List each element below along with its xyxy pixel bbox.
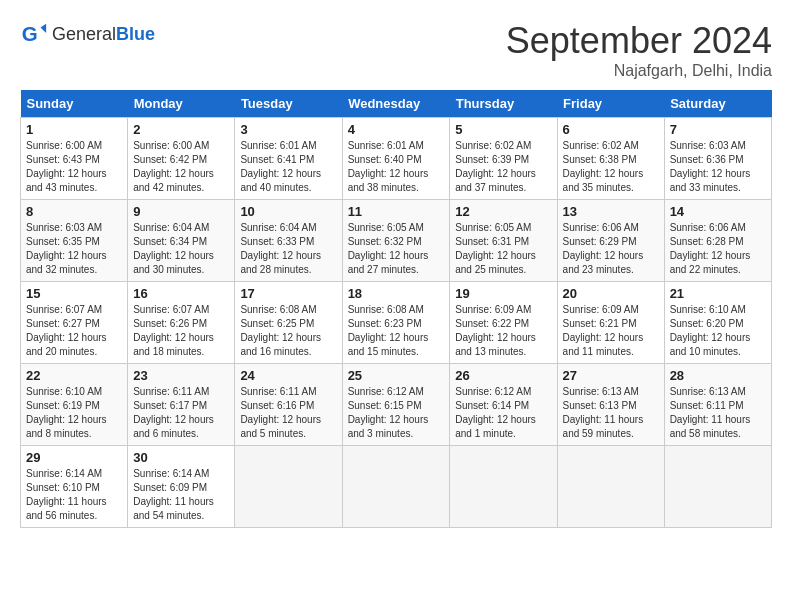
day-detail: Sunrise: 6:06 AMSunset: 6:29 PMDaylight:… <box>563 221 659 277</box>
calendar-cell <box>450 446 557 528</box>
day-number: 20 <box>563 286 659 301</box>
calendar-week-row: 8Sunrise: 6:03 AMSunset: 6:35 PMDaylight… <box>21 200 772 282</box>
day-detail: Sunrise: 6:08 AMSunset: 6:23 PMDaylight:… <box>348 303 445 359</box>
calendar-cell <box>342 446 450 528</box>
day-detail: Sunrise: 6:06 AMSunset: 6:28 PMDaylight:… <box>670 221 766 277</box>
calendar-cell: 1Sunrise: 6:00 AMSunset: 6:43 PMDaylight… <box>21 118 128 200</box>
day-detail: Sunrise: 6:02 AMSunset: 6:38 PMDaylight:… <box>563 139 659 195</box>
day-number: 18 <box>348 286 445 301</box>
day-number: 3 <box>240 122 336 137</box>
day-number: 21 <box>670 286 766 301</box>
day-detail: Sunrise: 6:09 AMSunset: 6:22 PMDaylight:… <box>455 303 551 359</box>
day-number: 25 <box>348 368 445 383</box>
day-detail: Sunrise: 6:01 AMSunset: 6:40 PMDaylight:… <box>348 139 445 195</box>
day-number: 30 <box>133 450 229 465</box>
calendar-cell: 6Sunrise: 6:02 AMSunset: 6:38 PMDaylight… <box>557 118 664 200</box>
header-friday: Friday <box>557 90 664 118</box>
day-detail: Sunrise: 6:07 AMSunset: 6:26 PMDaylight:… <box>133 303 229 359</box>
day-number: 1 <box>26 122 122 137</box>
day-detail: Sunrise: 6:04 AMSunset: 6:34 PMDaylight:… <box>133 221 229 277</box>
page-header: G GeneralBlue September 2024 Najafgarh, … <box>20 20 772 80</box>
title-block: September 2024 Najafgarh, Delhi, India <box>506 20 772 80</box>
day-number: 14 <box>670 204 766 219</box>
calendar-table: SundayMondayTuesdayWednesdayThursdayFrid… <box>20 90 772 528</box>
day-detail: Sunrise: 6:03 AMSunset: 6:35 PMDaylight:… <box>26 221 122 277</box>
calendar-cell: 17Sunrise: 6:08 AMSunset: 6:25 PMDayligh… <box>235 282 342 364</box>
calendar-week-row: 15Sunrise: 6:07 AMSunset: 6:27 PMDayligh… <box>21 282 772 364</box>
calendar-cell: 14Sunrise: 6:06 AMSunset: 6:28 PMDayligh… <box>664 200 771 282</box>
day-detail: Sunrise: 6:12 AMSunset: 6:15 PMDaylight:… <box>348 385 445 441</box>
calendar-cell: 27Sunrise: 6:13 AMSunset: 6:13 PMDayligh… <box>557 364 664 446</box>
day-number: 19 <box>455 286 551 301</box>
header-wednesday: Wednesday <box>342 90 450 118</box>
day-detail: Sunrise: 6:10 AMSunset: 6:20 PMDaylight:… <box>670 303 766 359</box>
day-detail: Sunrise: 6:00 AMSunset: 6:43 PMDaylight:… <box>26 139 122 195</box>
calendar-cell: 9Sunrise: 6:04 AMSunset: 6:34 PMDaylight… <box>128 200 235 282</box>
calendar-cell: 30Sunrise: 6:14 AMSunset: 6:09 PMDayligh… <box>128 446 235 528</box>
day-number: 12 <box>455 204 551 219</box>
calendar-cell: 2Sunrise: 6:00 AMSunset: 6:42 PMDaylight… <box>128 118 235 200</box>
calendar-cell: 5Sunrise: 6:02 AMSunset: 6:39 PMDaylight… <box>450 118 557 200</box>
day-detail: Sunrise: 6:00 AMSunset: 6:42 PMDaylight:… <box>133 139 229 195</box>
day-number: 28 <box>670 368 766 383</box>
calendar-cell: 12Sunrise: 6:05 AMSunset: 6:31 PMDayligh… <box>450 200 557 282</box>
calendar-cell: 7Sunrise: 6:03 AMSunset: 6:36 PMDaylight… <box>664 118 771 200</box>
day-detail: Sunrise: 6:03 AMSunset: 6:36 PMDaylight:… <box>670 139 766 195</box>
day-number: 7 <box>670 122 766 137</box>
calendar-cell: 28Sunrise: 6:13 AMSunset: 6:11 PMDayligh… <box>664 364 771 446</box>
day-number: 10 <box>240 204 336 219</box>
day-number: 16 <box>133 286 229 301</box>
calendar-cell: 26Sunrise: 6:12 AMSunset: 6:14 PMDayligh… <box>450 364 557 446</box>
logo-text-general: General <box>52 24 116 44</box>
calendar-week-row: 29Sunrise: 6:14 AMSunset: 6:10 PMDayligh… <box>21 446 772 528</box>
calendar-header-row: SundayMondayTuesdayWednesdayThursdayFrid… <box>21 90 772 118</box>
calendar-cell: 25Sunrise: 6:12 AMSunset: 6:15 PMDayligh… <box>342 364 450 446</box>
calendar-cell <box>664 446 771 528</box>
day-detail: Sunrise: 6:14 AMSunset: 6:09 PMDaylight:… <box>133 467 229 523</box>
calendar-cell: 15Sunrise: 6:07 AMSunset: 6:27 PMDayligh… <box>21 282 128 364</box>
day-detail: Sunrise: 6:02 AMSunset: 6:39 PMDaylight:… <box>455 139 551 195</box>
calendar-cell: 19Sunrise: 6:09 AMSunset: 6:22 PMDayligh… <box>450 282 557 364</box>
header-thursday: Thursday <box>450 90 557 118</box>
calendar-cell: 24Sunrise: 6:11 AMSunset: 6:16 PMDayligh… <box>235 364 342 446</box>
day-number: 24 <box>240 368 336 383</box>
calendar-cell: 23Sunrise: 6:11 AMSunset: 6:17 PMDayligh… <box>128 364 235 446</box>
day-number: 15 <box>26 286 122 301</box>
header-sunday: Sunday <box>21 90 128 118</box>
location-title: Najafgarh, Delhi, India <box>506 62 772 80</box>
calendar-cell: 18Sunrise: 6:08 AMSunset: 6:23 PMDayligh… <box>342 282 450 364</box>
calendar-cell: 20Sunrise: 6:09 AMSunset: 6:21 PMDayligh… <box>557 282 664 364</box>
day-number: 23 <box>133 368 229 383</box>
day-number: 22 <box>26 368 122 383</box>
day-number: 6 <box>563 122 659 137</box>
calendar-cell: 11Sunrise: 6:05 AMSunset: 6:32 PMDayligh… <box>342 200 450 282</box>
day-detail: Sunrise: 6:07 AMSunset: 6:27 PMDaylight:… <box>26 303 122 359</box>
calendar-cell: 8Sunrise: 6:03 AMSunset: 6:35 PMDaylight… <box>21 200 128 282</box>
logo-text-blue: Blue <box>116 24 155 44</box>
day-number: 29 <box>26 450 122 465</box>
day-detail: Sunrise: 6:11 AMSunset: 6:17 PMDaylight:… <box>133 385 229 441</box>
day-detail: Sunrise: 6:13 AMSunset: 6:13 PMDaylight:… <box>563 385 659 441</box>
calendar-cell <box>235 446 342 528</box>
day-number: 5 <box>455 122 551 137</box>
day-detail: Sunrise: 6:05 AMSunset: 6:31 PMDaylight:… <box>455 221 551 277</box>
header-saturday: Saturday <box>664 90 771 118</box>
calendar-cell: 4Sunrise: 6:01 AMSunset: 6:40 PMDaylight… <box>342 118 450 200</box>
header-monday: Monday <box>128 90 235 118</box>
calendar-cell: 13Sunrise: 6:06 AMSunset: 6:29 PMDayligh… <box>557 200 664 282</box>
day-detail: Sunrise: 6:04 AMSunset: 6:33 PMDaylight:… <box>240 221 336 277</box>
day-number: 2 <box>133 122 229 137</box>
day-detail: Sunrise: 6:10 AMSunset: 6:19 PMDaylight:… <box>26 385 122 441</box>
day-number: 17 <box>240 286 336 301</box>
day-detail: Sunrise: 6:14 AMSunset: 6:10 PMDaylight:… <box>26 467 122 523</box>
day-detail: Sunrise: 6:09 AMSunset: 6:21 PMDaylight:… <box>563 303 659 359</box>
calendar-week-row: 22Sunrise: 6:10 AMSunset: 6:19 PMDayligh… <box>21 364 772 446</box>
calendar-week-row: 1Sunrise: 6:00 AMSunset: 6:43 PMDaylight… <box>21 118 772 200</box>
calendar-cell: 10Sunrise: 6:04 AMSunset: 6:33 PMDayligh… <box>235 200 342 282</box>
day-number: 27 <box>563 368 659 383</box>
day-number: 4 <box>348 122 445 137</box>
month-title: September 2024 <box>506 20 772 62</box>
day-detail: Sunrise: 6:01 AMSunset: 6:41 PMDaylight:… <box>240 139 336 195</box>
day-detail: Sunrise: 6:08 AMSunset: 6:25 PMDaylight:… <box>240 303 336 359</box>
day-number: 9 <box>133 204 229 219</box>
